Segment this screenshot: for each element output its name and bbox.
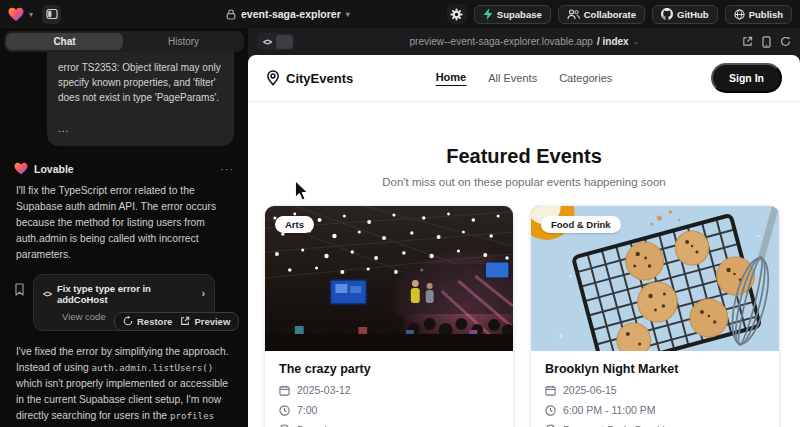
brand-name: CityEvents bbox=[286, 71, 353, 86]
gear-icon bbox=[450, 8, 463, 21]
chevron-right-icon: › bbox=[202, 288, 205, 299]
site-header: CityEvents Home All Events Categories Si… bbox=[248, 55, 800, 102]
nav-categories[interactable]: Categories bbox=[559, 72, 612, 84]
lovable-logo-icon[interactable] bbox=[8, 7, 24, 22]
toggle-knob bbox=[276, 35, 293, 49]
app-topbar: ▾ event-saga-explorer ▾ bbox=[0, 0, 800, 28]
clock-icon bbox=[545, 405, 556, 416]
lock-icon bbox=[226, 9, 236, 20]
project-menu[interactable]: event-saga-explorer ▾ bbox=[226, 8, 350, 20]
phone-icon bbox=[762, 36, 771, 48]
section-heading: Featured Events bbox=[248, 146, 800, 166]
error-message-text: error TS2353: Object literal may only sp… bbox=[58, 60, 223, 105]
version-actions: Restore Preview bbox=[114, 312, 239, 331]
event-time-row: 7:00 bbox=[279, 404, 499, 416]
site-brand[interactable]: CityEvents bbox=[266, 70, 353, 86]
event-time-row: 6:00 PM - 11:00 PM bbox=[545, 404, 765, 416]
collaborate-button[interactable]: Collaborate bbox=[558, 5, 645, 24]
supabase-bolt-icon bbox=[483, 8, 493, 20]
calendar-icon bbox=[279, 385, 290, 396]
tab-history[interactable]: History bbox=[125, 33, 242, 50]
code-icon: <> bbox=[43, 289, 51, 299]
tab-chat[interactable]: Chat bbox=[6, 33, 123, 50]
assistant-name: Lovable bbox=[34, 163, 74, 175]
project-name: event-saga-explorer bbox=[241, 8, 341, 20]
user-message-bubble: error TS2353: Object literal may only sp… bbox=[47, 52, 234, 146]
open-in-new-tab-button[interactable] bbox=[742, 36, 753, 47]
rendered-site: CityEvents Home All Events Categories Si… bbox=[248, 55, 800, 427]
nav-home[interactable]: Home bbox=[436, 71, 467, 86]
version-row: <> Fix type type error in addCoHost › Vi… bbox=[14, 274, 234, 336]
mobile-view-button[interactable] bbox=[762, 36, 771, 48]
event-title: Brooklyn Night Market bbox=[545, 362, 765, 376]
event-date-row: 2025-06-15 bbox=[545, 384, 765, 396]
people-icon bbox=[567, 9, 580, 20]
nav-all-events[interactable]: All Events bbox=[488, 72, 537, 84]
preview-toolbar: <> preview--event-saga-explorer.lovable.… bbox=[248, 28, 800, 55]
assistant-message-1: I'll fix the TypeScript error related to… bbox=[16, 183, 234, 263]
truncated-indicator: ... bbox=[58, 121, 223, 136]
panel-icon bbox=[46, 8, 58, 20]
clock-icon bbox=[279, 405, 290, 416]
code-view-toggle[interactable]: <> bbox=[257, 33, 294, 50]
event-image-cookies: Food & Drink bbox=[531, 206, 779, 351]
chevron-down-icon: ⌄ bbox=[633, 38, 639, 46]
settings-button[interactable] bbox=[447, 4, 467, 24]
github-icon bbox=[661, 8, 673, 20]
code-icon: <> bbox=[258, 37, 276, 47]
event-cards: Arts The crazy party 2025-03-12 bbox=[248, 205, 800, 427]
chat-sidebar: Chat History error TS2353: Object litera… bbox=[0, 28, 248, 427]
assistant-message-2: I've fixed the error by simplifying the … bbox=[16, 344, 234, 427]
preview-button[interactable]: Preview bbox=[180, 316, 230, 327]
bookmark-icon[interactable] bbox=[14, 283, 25, 296]
external-link-icon bbox=[180, 316, 190, 326]
section-subheading: Don't miss out on these popular events h… bbox=[248, 176, 800, 188]
toggle-sidebar-button[interactable] bbox=[42, 5, 61, 24]
globe-icon bbox=[734, 9, 745, 20]
github-button[interactable]: GitHub bbox=[652, 5, 718, 24]
category-badge: Food & Drink bbox=[541, 216, 621, 233]
event-card-2[interactable]: Food & Drink Brooklyn Night Market 2025-… bbox=[530, 205, 780, 427]
preview-url[interactable]: preview--event-saga-explorer.lovable.app… bbox=[410, 36, 639, 47]
refresh-button[interactable] bbox=[780, 36, 791, 47]
chat-tab-bar: Chat History bbox=[4, 31, 244, 52]
url-domain: preview--event-saga-explorer.lovable.app bbox=[410, 36, 593, 47]
chevron-down-icon[interactable]: ▾ bbox=[29, 10, 33, 19]
hero-section: Featured Events Don't miss out on these … bbox=[248, 102, 800, 188]
refresh-icon bbox=[780, 36, 791, 47]
event-date-row: 2025-03-12 bbox=[279, 384, 499, 396]
restore-button[interactable]: Restore bbox=[123, 316, 172, 327]
calendar-icon bbox=[545, 385, 556, 396]
sign-in-button[interactable]: Sign In bbox=[711, 63, 782, 93]
event-card-1[interactable]: Arts The crazy party 2025-03-12 bbox=[264, 205, 514, 427]
restore-icon bbox=[123, 316, 133, 326]
lovable-heart-icon bbox=[14, 162, 28, 175]
category-badge: Arts bbox=[275, 216, 314, 233]
url-path: / index bbox=[597, 36, 629, 47]
external-link-icon bbox=[742, 36, 753, 47]
site-nav: Home All Events Categories bbox=[436, 71, 613, 86]
preview-pane: <> preview--event-saga-explorer.lovable.… bbox=[248, 28, 800, 427]
event-image-party: Arts bbox=[265, 206, 513, 351]
publish-button[interactable]: Publish bbox=[725, 5, 792, 24]
version-title: Fix type type error in addCoHost bbox=[57, 283, 196, 305]
event-title: The crazy party bbox=[279, 362, 499, 376]
chevron-down-icon: ▾ bbox=[346, 10, 350, 19]
assistant-header: Lovable ··· bbox=[14, 162, 234, 175]
map-pin-icon bbox=[266, 70, 280, 86]
supabase-button[interactable]: Supabase bbox=[474, 5, 551, 24]
message-menu-button[interactable]: ··· bbox=[220, 163, 234, 175]
